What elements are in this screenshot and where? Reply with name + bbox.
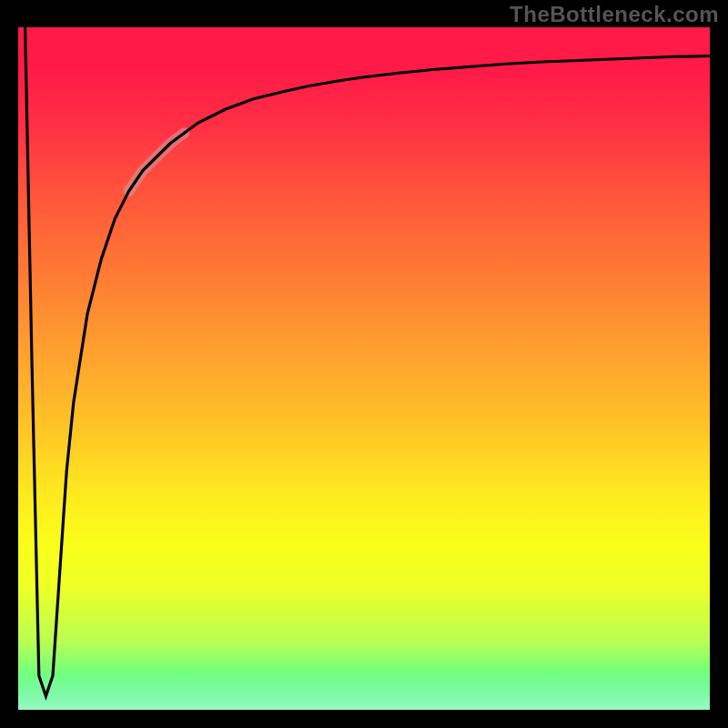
bottleneck-curve-path — [25, 27, 710, 696]
watermark-text: TheBottleneck.com — [510, 2, 719, 27]
plot-area — [18, 27, 710, 710]
curve-svg — [18, 27, 710, 710]
highlight-segment-path — [129, 133, 185, 191]
chart-container: TheBottleneck.com — [0, 0, 728, 728]
